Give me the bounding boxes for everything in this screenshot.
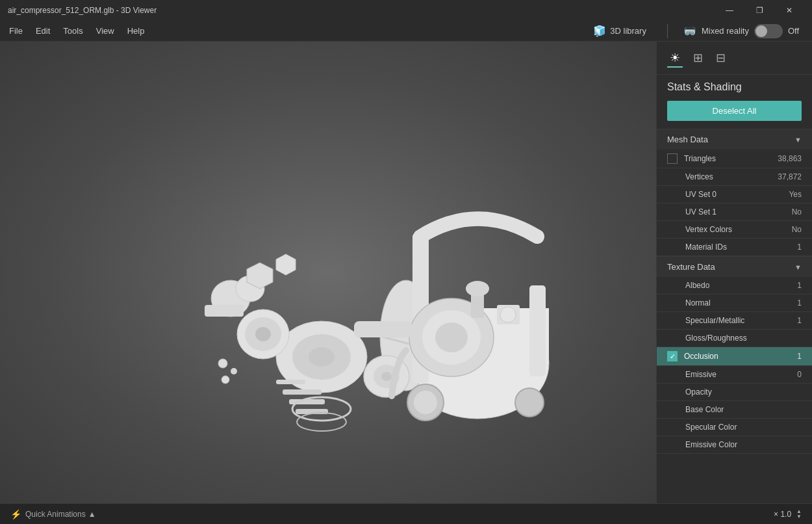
gloss-roughness-label: Gloss/Roughness bbox=[685, 334, 802, 343]
table-row: Vertices 37,872 bbox=[657, 168, 812, 186]
zoom-value: × 1.0 bbox=[774, 510, 791, 519]
table-row: Occlusion 1 bbox=[657, 347, 812, 366]
window-controls: — ❐ ✕ bbox=[715, 0, 804, 21]
occlusion-label: Occlusion bbox=[684, 352, 797, 361]
triangles-label: Triangles bbox=[684, 154, 778, 163]
title-bar: air_compressor_512_ORM.glb - 3D Viewer —… bbox=[0, 0, 812, 21]
occlusion-value: 1 bbox=[797, 352, 802, 361]
svg-point-7 bbox=[435, 322, 468, 352]
material-ids-label: Material IDs bbox=[685, 242, 797, 252]
table-row: Opacity bbox=[657, 384, 812, 401]
uvset0-value: Yes bbox=[789, 190, 802, 199]
occlusion-checkbox[interactable] bbox=[667, 351, 678, 361]
texture-data-chevron: ▼ bbox=[794, 263, 802, 271]
table-row: UV Set 1 No bbox=[657, 203, 812, 221]
menu-bar: File Edit Tools View Help 🧊 3D library 🥽… bbox=[0, 21, 812, 42]
3d-model-display bbox=[75, 103, 581, 441]
table-row: Triangles 38,863 bbox=[657, 150, 812, 168]
table-row: Gloss/Roughness bbox=[657, 330, 812, 347]
specular-metallic-label: Specular/Metallic bbox=[685, 316, 797, 325]
mixed-reality-area: 🥽 Mixed reality Off bbox=[683, 24, 799, 38]
3d-viewport[interactable] bbox=[0, 42, 656, 503]
app-title: air_compressor_512_ORM.glb - 3D Viewer bbox=[8, 6, 715, 15]
albedo-value: 1 bbox=[797, 281, 802, 290]
base-color-label: Base Color bbox=[685, 405, 802, 414]
material-ids-value: 1 bbox=[797, 242, 802, 252]
menu-edit[interactable]: Edit bbox=[29, 23, 57, 38]
svg-point-26 bbox=[222, 376, 229, 384]
table-row: Normal 1 bbox=[657, 295, 812, 312]
vertices-value: 37,872 bbox=[778, 172, 802, 181]
right-panel: ☀ ⊞ ⊟ Stats & Shading Deselect All Mesh … bbox=[656, 42, 812, 503]
svg-point-10 bbox=[515, 388, 544, 417]
table-row: Emissive Color bbox=[657, 436, 812, 454]
separator bbox=[667, 24, 668, 38]
specular-color-label: Specular Color bbox=[685, 423, 802, 432]
animations-label: Quick Animations bbox=[25, 510, 86, 519]
mixed-reality-toggle[interactable] bbox=[754, 24, 783, 38]
albedo-label: Albedo bbox=[685, 281, 797, 290]
minimize-button[interactable]: — bbox=[715, 0, 744, 21]
svg-rect-20 bbox=[283, 389, 322, 395]
triangles-checkbox[interactable] bbox=[667, 153, 678, 164]
vertices-label: Vertices bbox=[685, 172, 778, 181]
animations-chevron-up[interactable]: ▲ bbox=[88, 510, 96, 519]
grid-icon[interactable]: ⊞ bbox=[691, 48, 705, 68]
toggle-knob bbox=[755, 25, 767, 37]
table-row: UV Set 0 Yes bbox=[657, 186, 812, 203]
menu-file[interactable]: File bbox=[3, 23, 29, 38]
table-row: Albedo 1 bbox=[657, 277, 812, 295]
svg-marker-30 bbox=[276, 254, 296, 275]
mesh-data-chevron: ▼ bbox=[794, 136, 802, 144]
mixed-reality-state: Off bbox=[788, 26, 799, 36]
panel-toolbar: ☀ ⊞ ⊟ bbox=[657, 42, 812, 75]
bottom-right: × 1.0 ▲ ▼ bbox=[774, 509, 802, 519]
deselect-all-button[interactable]: Deselect All bbox=[667, 101, 802, 121]
svg-point-9 bbox=[414, 391, 437, 414]
opacity-label: Opacity bbox=[685, 387, 802, 397]
menu-view[interactable]: View bbox=[90, 23, 121, 38]
emissive-value: 0 bbox=[797, 370, 802, 379]
mesh-data-header[interactable]: Mesh Data ▼ bbox=[657, 129, 812, 150]
normal-value: 1 bbox=[797, 298, 802, 308]
svg-point-39 bbox=[381, 372, 392, 381]
specular-metallic-value: 1 bbox=[797, 316, 802, 325]
restore-button[interactable]: ❐ bbox=[744, 0, 774, 21]
svg-point-16 bbox=[255, 327, 271, 341]
uvset0-label: UV Set 0 bbox=[685, 190, 789, 199]
uvset1-value: No bbox=[792, 207, 802, 216]
svg-point-34 bbox=[466, 281, 489, 296]
svg-point-28 bbox=[297, 413, 346, 431]
svg-point-36 bbox=[500, 307, 516, 322]
triangles-value: 38,863 bbox=[778, 154, 802, 163]
table-row: Specular/Metallic 1 bbox=[657, 312, 812, 330]
emissive-label: Emissive bbox=[685, 370, 797, 379]
menu-tools[interactable]: Tools bbox=[57, 23, 89, 38]
svg-point-24 bbox=[218, 359, 227, 368]
svg-point-13 bbox=[309, 347, 335, 367]
mixed-reality-label: Mixed reality bbox=[702, 26, 749, 36]
svg-rect-32 bbox=[354, 321, 412, 337]
svg-rect-23 bbox=[276, 380, 305, 384]
zoom-arrows[interactable]: ▲ ▼ bbox=[796, 509, 802, 519]
emissive-color-label: Emissive Color bbox=[685, 440, 802, 449]
bottom-bar: ⚡ Quick Animations ▲ × 1.0 ▲ ▼ bbox=[0, 503, 812, 524]
mixed-reality-icon: 🥽 bbox=[683, 25, 696, 37]
texture-data-header[interactable]: Texture Data ▼ bbox=[657, 256, 812, 277]
vertex-colors-label: Vertex Colors bbox=[685, 225, 792, 234]
mesh-data-label: Mesh Data bbox=[667, 135, 708, 144]
normal-label: Normal bbox=[685, 298, 797, 308]
library-label: 3D library bbox=[610, 26, 646, 36]
uvset1-label: UV Set 1 bbox=[685, 207, 792, 216]
table-icon[interactable]: ⊟ bbox=[713, 48, 728, 68]
library-icon: 🧊 bbox=[593, 25, 606, 37]
table-row: Specular Color bbox=[657, 419, 812, 436]
menu-help[interactable]: Help bbox=[121, 23, 151, 38]
3d-library-button[interactable]: 🧊 3D library bbox=[588, 22, 652, 40]
sun-icon[interactable]: ☀ bbox=[667, 48, 683, 68]
table-row: Material IDs 1 bbox=[657, 239, 812, 256]
table-row: Base Color bbox=[657, 401, 812, 419]
main-area: ☀ ⊞ ⊟ Stats & Shading Deselect All Mesh … bbox=[0, 42, 812, 503]
close-button[interactable]: ✕ bbox=[774, 0, 804, 21]
table-row: Vertex Colors No bbox=[657, 221, 812, 239]
